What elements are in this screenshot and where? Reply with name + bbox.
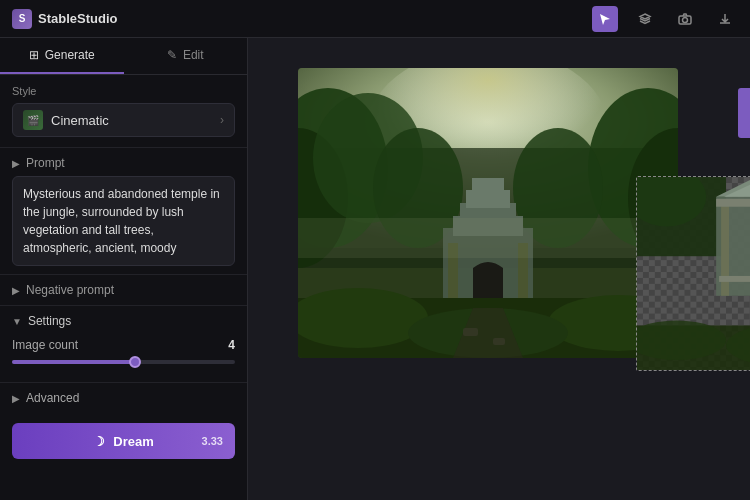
- layers-tool-button[interactable]: [632, 6, 658, 32]
- prompt-text[interactable]: Mysterious and abandoned temple in the j…: [12, 176, 235, 266]
- svg-rect-17: [472, 178, 504, 194]
- app-title: StableStudio: [38, 11, 117, 26]
- right-panel-toggle[interactable]: [738, 88, 750, 138]
- svg-point-1: [683, 17, 688, 22]
- settings-label: Settings: [28, 314, 71, 328]
- advanced-label: Advanced: [26, 391, 79, 405]
- svg-rect-40: [719, 276, 750, 282]
- header-toolbar: [592, 6, 738, 32]
- camera-icon: [678, 12, 692, 26]
- cursor-tool-button[interactable]: [592, 6, 618, 32]
- svg-rect-25: [463, 328, 478, 336]
- style-selector[interactable]: 🎬 Cinematic ›: [12, 103, 235, 137]
- download-icon: [718, 12, 732, 26]
- style-section: Style 🎬 Cinematic ›: [0, 75, 247, 148]
- style-label: Style: [12, 85, 235, 97]
- tab-edit-label: Edit: [183, 48, 204, 62]
- image-count-row: Image count 4: [12, 338, 235, 352]
- advanced-row[interactable]: ▶ Advanced: [0, 383, 247, 413]
- style-icon: 🎬: [23, 110, 43, 130]
- image-count-label: Image count: [12, 338, 78, 352]
- camera-tool-button[interactable]: [672, 6, 698, 32]
- slider-fill: [12, 360, 135, 364]
- dream-icon: ☽: [93, 434, 105, 449]
- prompt-header[interactable]: ▶ Prompt: [12, 156, 235, 170]
- tab-generate-label: Generate: [45, 48, 95, 62]
- layers-icon: [638, 12, 652, 26]
- canvas-area[interactable]: [248, 38, 750, 500]
- dream-label: Dream: [113, 434, 153, 449]
- dream-time: 3.33: [202, 435, 223, 447]
- chevron-right-icon: ›: [220, 113, 224, 127]
- tab-generate[interactable]: ⊞ Generate: [0, 38, 124, 74]
- main-image: [298, 68, 678, 358]
- main-content: ⊞ Generate ✎ Edit Style 🎬 Cinematic › ▶: [0, 38, 750, 500]
- advanced-toggle-icon: ▶: [12, 393, 20, 404]
- svg-rect-39: [716, 199, 750, 207]
- extended-outpaint-area: [636, 176, 750, 371]
- prompt-label: Prompt: [26, 156, 65, 170]
- svg-rect-27: [298, 218, 678, 258]
- download-tool-button[interactable]: [712, 6, 738, 32]
- sidebar: ⊞ Generate ✎ Edit Style 🎬 Cinematic › ▶: [0, 38, 248, 500]
- dream-button[interactable]: ☽ Dream 3.33: [12, 423, 235, 459]
- app-header: S StableStudio: [0, 0, 750, 38]
- negative-prompt-toggle-icon: ▶: [12, 285, 20, 296]
- generate-tab-icon: ⊞: [29, 48, 39, 62]
- tab-edit[interactable]: ✎ Edit: [124, 38, 248, 74]
- cursor-icon: [598, 12, 612, 26]
- negative-prompt-label: Negative prompt: [26, 283, 114, 297]
- svg-rect-26: [493, 338, 505, 345]
- settings-header[interactable]: ▼ Settings: [12, 314, 235, 328]
- logo-icon: S: [12, 9, 32, 29]
- style-value: Cinematic: [51, 113, 109, 128]
- prompt-toggle-icon: ▶: [12, 158, 20, 169]
- app-logo: S StableStudio: [12, 9, 117, 29]
- sidebar-tabs: ⊞ Generate ✎ Edit: [0, 38, 247, 75]
- settings-section: ▼ Settings Image count 4: [0, 306, 247, 383]
- prompt-section: ▶ Prompt Mysterious and abandoned temple…: [0, 148, 247, 275]
- negative-prompt-row[interactable]: ▶ Negative prompt: [0, 275, 247, 306]
- slider-thumb: [129, 356, 141, 368]
- edit-tab-icon: ✎: [167, 48, 177, 62]
- settings-toggle-icon: ▼: [12, 316, 22, 327]
- image-count-slider[interactable]: [12, 360, 235, 364]
- image-count-value: 4: [228, 338, 235, 352]
- style-row-left: 🎬 Cinematic: [23, 110, 109, 130]
